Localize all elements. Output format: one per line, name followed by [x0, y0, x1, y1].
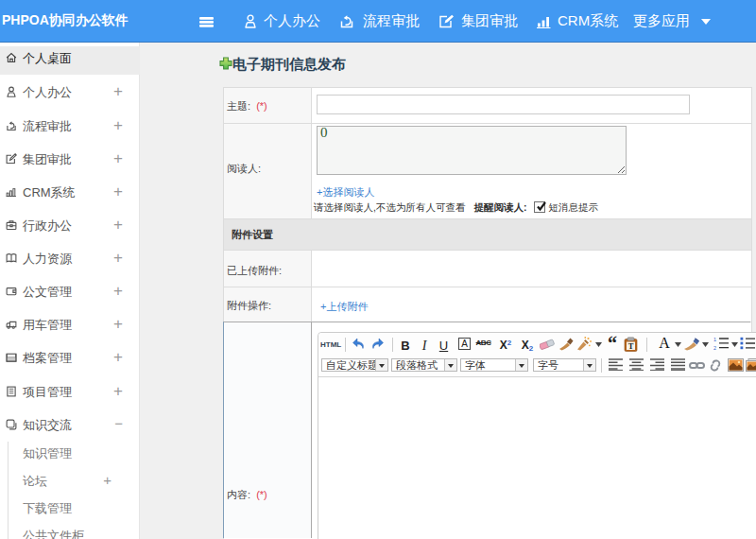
svg-text:1: 1 [713, 337, 716, 342]
svg-text:T: T [628, 341, 634, 351]
svg-text:2: 2 [713, 345, 716, 350]
